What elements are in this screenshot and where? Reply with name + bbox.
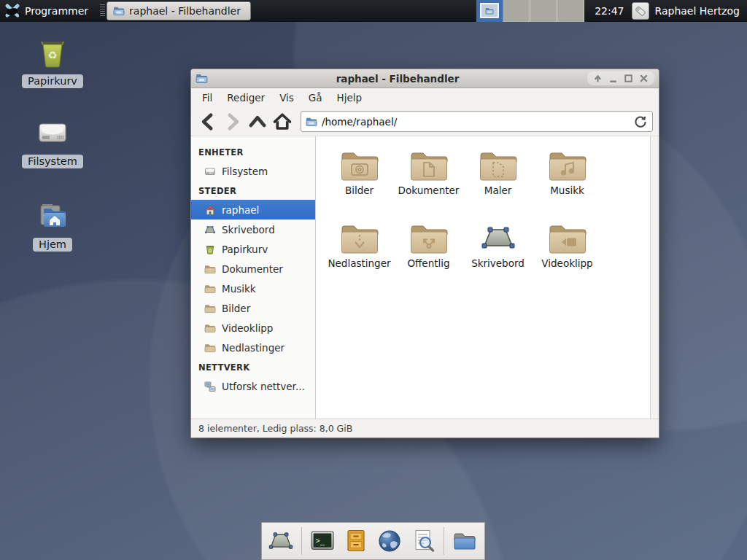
file-videoklipp[interactable]: Videoklipp	[533, 221, 602, 294]
sidebar-item-videoklipp[interactable]: Videoklipp	[191, 318, 315, 338]
trash-icon: ♻	[204, 244, 216, 255]
close-button[interactable]	[638, 72, 650, 85]
drive-icon	[204, 166, 216, 177]
dock-file-manager[interactable]	[341, 525, 371, 557]
sidebar-item-bilder[interactable]: Bilder	[191, 298, 315, 318]
clock[interactable]: 22:47	[595, 5, 624, 17]
window-title: raphael - Filbehandler	[208, 73, 587, 85]
svg-text:♻: ♻	[47, 49, 57, 62]
sidebar-item-utforsk-nettver[interactable]: Utforsk nettver...	[191, 376, 315, 396]
statusbar: 8 ielementer, Ledig plass: 8,0 GiB	[191, 419, 659, 438]
workspace-4[interactable]	[557, 0, 584, 22]
desktop-icon-filsystem[interactable]: Filsystem	[15, 115, 90, 168]
window-folder-icon	[484, 7, 495, 15]
file-maler[interactable]: Maler	[463, 148, 533, 221]
svg-text:>_: >_	[316, 536, 325, 545]
menu-vis[interactable]: Vis	[273, 90, 301, 106]
folder-doc-icon	[410, 148, 448, 182]
location-folder-icon	[306, 116, 317, 128]
sidebar-item-papirkurv[interactable]: ♻Papirkurv	[191, 239, 315, 259]
file-label: Bilder	[345, 184, 374, 196]
desktop-large-icon	[479, 221, 517, 254]
back-button[interactable]	[197, 111, 219, 133]
workspace-1[interactable]	[476, 0, 503, 22]
home-button[interactable]	[271, 111, 293, 133]
network-icon	[204, 381, 216, 392]
location-text[interactable]: /home/raphael/	[322, 116, 629, 128]
workspace-3[interactable]	[530, 0, 557, 22]
applications-menu[interactable]: Programmer	[25, 5, 93, 17]
window-folder-icon	[113, 5, 125, 17]
file-skrivebord[interactable]: Skrivebord	[463, 221, 533, 294]
location-bar[interactable]: /home/raphael/	[301, 111, 653, 132]
dock-directory-menu[interactable]	[449, 525, 480, 557]
sidebar-item-label: Filsystem	[222, 166, 268, 177]
vertical-scrollbar[interactable]	[650, 136, 659, 419]
folder-template-icon	[479, 148, 517, 182]
dock-desktop-icon	[268, 529, 294, 553]
up-button[interactable]	[247, 111, 268, 133]
user-actions-button[interactable]	[632, 2, 649, 20]
titlebar[interactable]: raphael - Filbehandler	[191, 69, 659, 88]
file-offentlig[interactable]: Offentlig	[394, 221, 463, 294]
desktop-icon-papirkurv[interactable]: ♻Papirkurv	[15, 35, 90, 88]
dock-terminal-icon: >_	[309, 529, 336, 553]
dock-cabinet-icon	[343, 529, 369, 553]
folder-icon	[204, 342, 216, 354]
folder-music-icon	[549, 148, 587, 182]
dock-application-finder[interactable]	[408, 525, 438, 557]
tasklist-grip[interactable]	[100, 4, 105, 18]
folder-icon	[204, 263, 216, 275]
desktop-icon-label: Papirkurv	[22, 74, 83, 88]
taskbar-window-label: raphael - Filbehandler	[129, 5, 241, 17]
file-bilder[interactable]: Bilder	[325, 148, 394, 221]
file-musikk[interactable]: Musikk	[533, 148, 602, 221]
menu-rediger[interactable]: Rediger	[220, 90, 271, 106]
workspace-2[interactable]	[503, 0, 530, 22]
folder-camera-icon	[341, 148, 379, 182]
sidebar-item-musikk[interactable]: Musikk	[191, 279, 315, 298]
file-label: Dokumenter	[398, 184, 460, 196]
sidebar-item-label: Dokumenter	[222, 263, 283, 275]
sidebar: ENHETERFilsystemSTEDERraphaelSkrivebord♻…	[191, 136, 316, 419]
dock-separator	[301, 527, 302, 555]
dock-separator	[444, 527, 444, 555]
sidebar-item-label: Utforsk nettver...	[222, 381, 305, 392]
taskbar-window-button[interactable]: raphael - Filbehandler	[107, 1, 251, 20]
sidebar-item-label: Nedlastinger	[222, 342, 285, 354]
sidebar-item-nedlastinger[interactable]: Nedlastinger	[191, 338, 315, 357]
sidebar-section-enheter: ENHETER	[191, 142, 315, 161]
sidebar-item-filsystem[interactable]: Filsystem	[191, 161, 315, 181]
window-icon	[196, 72, 208, 85]
menu-fil[interactable]: Fil	[196, 90, 219, 106]
forward-button[interactable]	[222, 111, 244, 133]
home-icon	[204, 204, 216, 216]
sidebar-item-raphael[interactable]: raphael	[191, 200, 315, 219]
desktop-icon-label: Hjem	[33, 238, 72, 252]
top-panel: Programmer raphael - Filbehandler 22:47 …	[0, 0, 747, 22]
sidebar-item-skrivebord[interactable]: Skrivebord	[191, 219, 315, 239]
menu-hjelp[interactable]: Hjelp	[330, 90, 369, 106]
file-label: Musikk	[550, 184, 584, 196]
folder-share-icon	[410, 221, 448, 254]
menu-g[interactable]: Gå	[302, 90, 329, 106]
reload-button[interactable]	[633, 114, 648, 129]
sidebar-item-dokumenter[interactable]: Dokumenter	[191, 259, 315, 279]
sidebar-item-label: Skrivebord	[222, 224, 275, 236]
folder-icon	[204, 322, 216, 334]
dock-show-desktop[interactable]	[266, 525, 296, 557]
dock-terminal-emulator[interactable]: >_	[307, 525, 338, 557]
shade-button[interactable]	[592, 72, 604, 85]
file-label: Nedlastinger	[328, 257, 390, 269]
desktop-icon-hjem[interactable]: Hjem	[15, 198, 90, 252]
file-dokumenter[interactable]: Dokumenter	[394, 148, 463, 221]
window-controls	[587, 71, 654, 85]
desktop-icon-label: Filsystem	[22, 155, 83, 168]
minimize-button[interactable]	[607, 72, 619, 85]
drive-large-icon	[35, 115, 70, 150]
dock-web-browser[interactable]	[374, 525, 405, 557]
file-nedlastinger[interactable]: Nedlastinger	[325, 221, 394, 294]
maximize-button[interactable]	[622, 72, 635, 85]
file-label: Offentlig	[407, 257, 449, 269]
file-view[interactable]: Bilder Dokumenter Maler Musikk Nedlastin…	[316, 136, 659, 419]
